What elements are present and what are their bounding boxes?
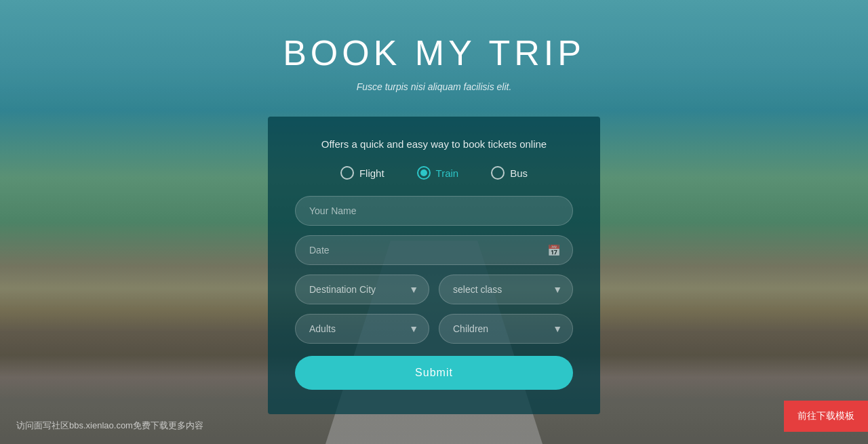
class-select[interactable]: select class Economy Business First Clas… — [439, 275, 573, 304]
calendar-icon: 📅 — [547, 244, 561, 257]
watermark-text: 访问面写社区bbs.xienlao.com免费下载更多内容 — [16, 420, 203, 432]
radio-circle-flight — [340, 166, 354, 180]
adults-children-row: Adults 1 2 3 4 5 ▼ Children 0 1 2 3 4 — [295, 314, 573, 344]
radio-option-bus[interactable]: Bus — [491, 166, 528, 180]
page-content: BOOK MY TRIP Fusce turpis nisi aliquam f… — [0, 0, 868, 414]
name-input[interactable] — [295, 196, 573, 226]
adults-select-wrap: Adults 1 2 3 4 5 ▼ — [295, 314, 429, 344]
radio-circle-train — [417, 166, 431, 180]
children-select[interactable]: Children 0 1 2 3 4 — [439, 314, 573, 344]
radio-option-flight[interactable]: Flight — [340, 166, 384, 180]
download-button[interactable]: 前往下载模板 — [784, 401, 868, 432]
class-select-wrap: select class Economy Business First Clas… — [439, 275, 573, 304]
destination-select-wrap: Destination City New York London Paris T… — [295, 275, 429, 304]
page-title: BOOK MY TRIP — [283, 33, 585, 73]
radio-label-bus: Bus — [510, 167, 528, 179]
submit-button[interactable]: Submit — [295, 356, 573, 390]
offer-text: Offers a quick and easy way to book tick… — [295, 138, 573, 150]
adults-select[interactable]: Adults 1 2 3 4 5 — [295, 314, 429, 344]
radio-label-flight: Flight — [359, 167, 384, 179]
page-subtitle: Fusce turpis nisi aliquam facilisis elit… — [357, 81, 512, 92]
radio-option-train[interactable]: Train — [417, 166, 459, 180]
destination-class-row: Destination City New York London Paris T… — [295, 275, 573, 304]
date-input-wrapper: 📅 — [295, 235, 573, 265]
radio-label-train: Train — [436, 167, 459, 179]
children-select-wrap: Children 0 1 2 3 4 ▼ — [439, 314, 573, 344]
destination-select[interactable]: Destination City New York London Paris T… — [295, 275, 429, 304]
date-input[interactable] — [295, 235, 573, 265]
radio-circle-bus — [491, 166, 505, 180]
booking-form-card: Offers a quick and easy way to book tick… — [268, 117, 600, 414]
transport-selector: Flight Train Bus — [295, 166, 573, 180]
